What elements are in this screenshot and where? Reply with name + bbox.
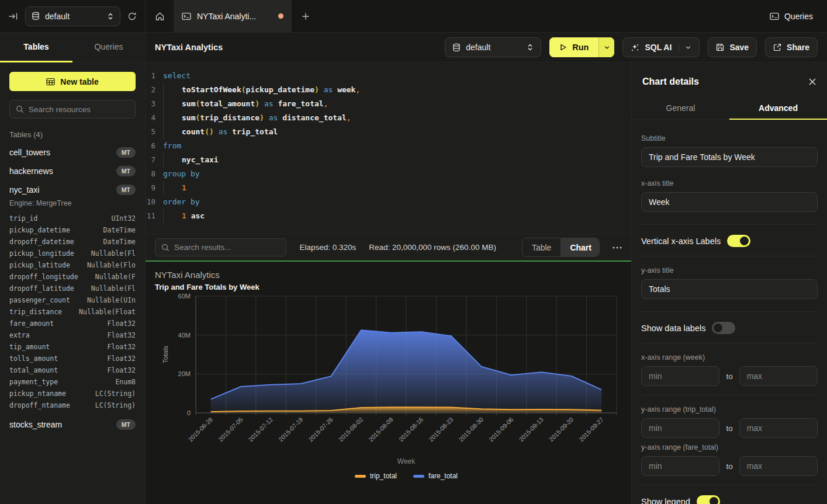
- engine-badge: MT: [116, 147, 136, 158]
- column-row: extraFloat32: [9, 329, 136, 341]
- save-button[interactable]: Save: [708, 37, 757, 57]
- column-name: trip_distance: [9, 308, 62, 316]
- more-options-button[interactable]: [613, 246, 622, 249]
- terminal-icon: [182, 12, 191, 20]
- panel-tab-advanced[interactable]: Advanced: [729, 98, 827, 120]
- tab-title: NYTaxi Analyti...: [197, 12, 272, 21]
- x-tick-label: 2015-08-30: [458, 416, 485, 443]
- divider: [641, 256, 818, 256]
- divider: [641, 343, 818, 343]
- vertical-x-labels-toggle[interactable]: [727, 235, 750, 247]
- sql-ai-options-button[interactable]: [679, 44, 691, 51]
- vertical-x-labels-label: Vertical x-axis Labels: [641, 237, 721, 246]
- panel-header: Chart details: [632, 62, 827, 98]
- y-axis-range-trip-max-input[interactable]: [739, 418, 818, 438]
- table-row-stocks-stream[interactable]: stocks_stream MT: [9, 419, 136, 430]
- column-row: trip_idUInt32: [9, 213, 136, 224]
- column-row: tolls_amountFloat32: [9, 353, 136, 364]
- view-toggle-chart[interactable]: Chart: [560, 238, 600, 256]
- sidebar-tabs: Tables Queries: [0, 33, 145, 62]
- legend-item-trip_total[interactable]: trip_total: [355, 472, 397, 480]
- view-toggle-table[interactable]: Table: [523, 238, 560, 256]
- chart-panel: NYTaxi Analytics Trip and Fare Totals by…: [146, 262, 631, 504]
- column-name: dropoff_latitude: [9, 284, 74, 293]
- panel-body: Subtitle x-axis title Vertical x-axis La…: [632, 120, 827, 504]
- engine-badge: MT: [116, 419, 136, 430]
- sql-ai-button[interactable]: SQL AI: [622, 37, 700, 57]
- table-grid-icon: [46, 78, 55, 86]
- sidebar-search-input[interactable]: [29, 105, 132, 114]
- table-row-nyc-taxi[interactable]: nyc_taxi MT: [9, 185, 136, 195]
- column-row: pickup_ntanameLC(String): [9, 388, 136, 399]
- column-type: Float32: [108, 331, 136, 339]
- show-data-labels-toggle[interactable]: [712, 322, 735, 334]
- collapse-sidebar-button[interactable]: [8, 12, 18, 21]
- y-axis-title-field: y-axis title: [641, 266, 818, 299]
- new-tab-button[interactable]: [292, 0, 320, 32]
- x-tick-label: 2015-09-20: [548, 416, 575, 443]
- run-button[interactable]: Run: [549, 37, 614, 57]
- column-type: UInt32: [111, 214, 136, 223]
- sql-ai-label: SQL AI: [645, 43, 672, 52]
- panel-tab-general[interactable]: General: [632, 98, 729, 120]
- column-type: LC(String): [95, 390, 136, 398]
- show-legend-toggle[interactable]: [697, 495, 720, 504]
- code-line: 111 asc: [146, 209, 631, 223]
- tab-nytaxi-analytics[interactable]: NYTaxi Analyti...: [174, 0, 292, 32]
- y-axis-range-trip-min-input[interactable]: [641, 418, 719, 438]
- share-button[interactable]: Share: [765, 37, 818, 57]
- queries-button[interactable]: Queries: [770, 12, 813, 21]
- query-database-select[interactable]: default: [445, 37, 541, 57]
- x-tick-label: 2015-08-02: [337, 416, 365, 443]
- column-row: payment_typeEnum8: [9, 376, 136, 388]
- to-label: to: [726, 462, 732, 471]
- y-axis-range-fare-max-input[interactable]: [739, 456, 818, 476]
- column-row: tip_amountFloat32: [9, 341, 136, 353]
- collapse-sidebar-icon: [8, 12, 18, 21]
- table-row-cell-towers[interactable]: cell_towers MT: [9, 147, 136, 158]
- x-axis-title-input[interactable]: [641, 192, 818, 212]
- topbar-database-select[interactable]: default: [25, 6, 120, 26]
- table-row-hackernews[interactable]: hackernews MT: [9, 166, 136, 176]
- x-axis-range-min-input[interactable]: [641, 366, 719, 386]
- y-axis-range-fare-min-input[interactable]: [641, 456, 719, 476]
- sidebar-tab-tables[interactable]: Tables: [0, 33, 72, 62]
- x-axis-range-max-input[interactable]: [739, 366, 818, 386]
- column-type: DateTime: [103, 238, 136, 246]
- run-options-button[interactable]: [598, 37, 614, 57]
- x-axis-range-label: x-axis range (week): [641, 353, 818, 362]
- x-tick-label: 2015-08-16: [397, 416, 425, 443]
- column-name: pickup_datetime: [9, 226, 70, 234]
- y-axis-range-fare-group: y-axis range (fare_total) to: [641, 443, 818, 476]
- results-search-input[interactable]: [174, 243, 280, 252]
- new-table-button[interactable]: New table: [9, 72, 136, 91]
- subtitle-input[interactable]: [641, 147, 818, 167]
- line-number: 3: [146, 97, 163, 111]
- share-icon: [773, 43, 781, 51]
- refresh-button[interactable]: [127, 12, 137, 21]
- app-body: Tables Queries New table Tables (4) cell…: [0, 33, 827, 504]
- chart-details-panel: Chart details General Advanced Subtitle: [631, 62, 827, 504]
- close-panel-button[interactable]: [808, 78, 816, 86]
- column-name: payment_type: [9, 378, 58, 386]
- y-axis-title-input[interactable]: [641, 279, 818, 299]
- home-button[interactable]: [146, 0, 174, 32]
- x-axis-title-label: x-axis title: [641, 179, 818, 187]
- queries-button-label: Queries: [784, 12, 813, 21]
- column-type: DateTime: [103, 226, 136, 234]
- sidebar-search: [9, 100, 136, 119]
- subtitle-field: Subtitle: [641, 134, 818, 167]
- code-line: 4sum(trip_distance) as distance_total,: [146, 111, 631, 125]
- x-tick-label: 2015-07-05: [217, 416, 244, 443]
- sidebar-tab-queries[interactable]: Queries: [72, 33, 145, 62]
- sql-editor[interactable]: 1select2toStartOfWeek(pickup_datetime) a…: [146, 62, 631, 234]
- column-type: LC(String): [95, 401, 136, 409]
- legend-swatch: [355, 475, 366, 478]
- refresh-icon: [127, 12, 137, 21]
- legend-item-fare_total[interactable]: fare_total: [413, 472, 458, 480]
- table-name: stocks_stream: [9, 420, 62, 429]
- column-row: dropoff_longitudeNullable(F: [9, 271, 136, 283]
- column-type: Float32: [108, 354, 136, 363]
- column-name: dropoff_longitude: [9, 273, 78, 281]
- x-tick-label: 2015-09-06: [487, 416, 515, 443]
